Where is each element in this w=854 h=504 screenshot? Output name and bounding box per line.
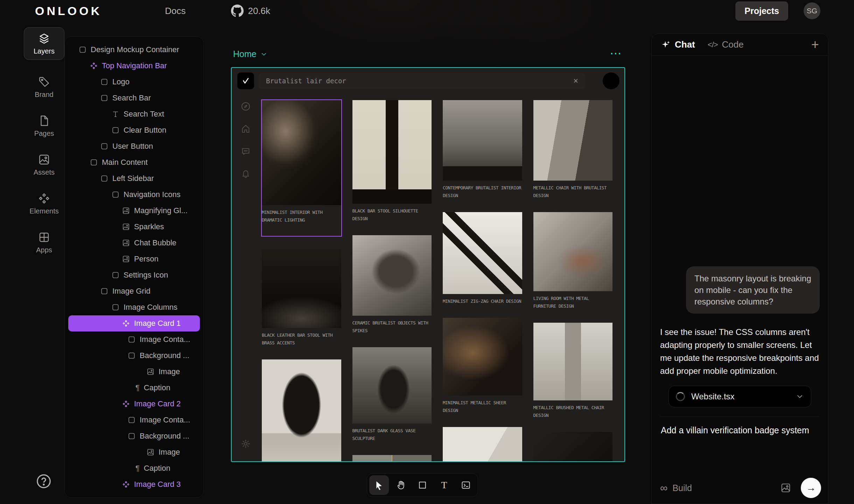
chat-input[interactable]: Add a villain verification badge system xyxy=(652,417,828,444)
box-icon xyxy=(128,432,135,440)
tab-chat[interactable]: Chat xyxy=(661,39,695,50)
box-icon xyxy=(112,271,119,279)
layer-row[interactable]: Background ... xyxy=(65,348,203,364)
image-card[interactable]: BLACK LEATHER BAR STOOL WITH BRASS ACCEN… xyxy=(262,249,341,347)
image-card[interactable]: CERAMIC BRUTALIST OBJECTS WITH SPIKES xyxy=(352,235,432,335)
image-card[interactable] xyxy=(533,432,613,462)
layer-row[interactable]: Image Card 3 xyxy=(65,476,203,492)
brand-icon xyxy=(38,76,50,88)
layer-label: Image Card 3 xyxy=(134,480,181,489)
image-card[interactable]: MINIMALIST ZIG-ZAG CHAIR DESIGN xyxy=(443,212,522,305)
text-icon xyxy=(112,110,119,118)
github-stars[interactable]: 20.6k xyxy=(231,5,270,17)
image-card[interactable]: CONTEMPORARY BRUTALIST INTERIOR DESIGN xyxy=(443,100,522,200)
layer-row[interactable]: Top Navigation Bar xyxy=(65,58,203,74)
layer-row[interactable]: Search Text xyxy=(65,106,203,122)
layer-row[interactable]: Magnifying Gl... xyxy=(65,203,203,219)
image-card[interactable]: SPIKEY CERAMIC IRON METAL SCULPTURE xyxy=(262,359,341,462)
layer-label: Person xyxy=(134,254,159,264)
build-mode-selector[interactable]: ∞ Build xyxy=(660,482,692,494)
layer-label: Search Bar xyxy=(112,93,151,103)
layer-row[interactable]: Image xyxy=(65,444,203,460)
sidebar-item-assets[interactable]: Assets xyxy=(24,154,64,176)
tool-terminal[interactable] xyxy=(456,475,476,495)
bell-icon[interactable] xyxy=(241,169,251,178)
preview-logo[interactable] xyxy=(237,72,254,89)
onlook-logo[interactable]: ONLOOK xyxy=(35,4,102,18)
layer-row[interactable]: Background ... xyxy=(65,428,203,444)
new-chat-button[interactable]: + xyxy=(811,37,819,52)
layer-row[interactable]: Chat Bubble xyxy=(65,235,203,251)
sidebar-item-apps[interactable]: Apps xyxy=(24,231,64,254)
attach-image-icon[interactable] xyxy=(780,483,791,493)
layer-row[interactable]: Main Content xyxy=(65,154,203,170)
layer-row[interactable]: Image Conta... xyxy=(65,492,203,498)
gear-icon[interactable] xyxy=(241,439,251,449)
image-card[interactable]: MINIMALIST INTERIOR WITH DRAMATIC LIGHTI… xyxy=(261,99,342,237)
frame-name: Home xyxy=(233,49,257,59)
image-card[interactable]: MINIMALIST METALLIC SHEER DESIGN xyxy=(443,318,522,414)
layer-row[interactable]: Settings Icon xyxy=(65,267,203,283)
file-chip-name: Website.tsx xyxy=(691,392,735,401)
layer-row[interactable]: ¶Caption xyxy=(65,380,203,396)
image-caption: CONTEMPORARY BRUTALIST INTERIOR DESIGN xyxy=(443,184,522,200)
user-avatar[interactable]: SG xyxy=(804,2,820,19)
image-card[interactable]: METALLIC CHAIR WITH BRUTALIST DESIGN xyxy=(533,100,613,200)
image-caption: BLACK BAR STOOL SILHOUETTE DESIGN xyxy=(352,207,432,223)
image-card[interactable]: LIVING ROOM WITH METAL FURNITURE DESIGN xyxy=(533,212,613,310)
chat-bubble-icon[interactable] xyxy=(241,146,251,156)
layer-row[interactable]: Image xyxy=(65,364,203,380)
layer-row[interactable]: Image Conta... xyxy=(65,331,203,348)
layer-row[interactable]: Clear Button xyxy=(65,122,203,138)
layer-label: User Button xyxy=(112,142,153,151)
layer-row[interactable]: Image Columns xyxy=(65,299,203,315)
layer-row[interactable]: Image Grid xyxy=(65,283,203,299)
layer-row[interactable]: Sparkles xyxy=(65,219,203,235)
preview-search-bar[interactable]: Brutalist lair decor × xyxy=(259,73,585,89)
top-bar: ONLOOK Docs 20.6k Projects SG xyxy=(0,0,854,22)
projects-button[interactable]: Projects xyxy=(735,1,788,21)
docs-link[interactable]: Docs xyxy=(165,6,186,16)
layer-row[interactable]: Image Conta... xyxy=(65,412,203,428)
image-placeholder xyxy=(533,212,613,291)
clear-search-icon[interactable]: × xyxy=(573,76,578,86)
image-card[interactable]: BRUTALIST DARK GLASS VASE SCULPTURE xyxy=(352,347,432,442)
layer-row[interactable]: Design Mockup Container xyxy=(65,42,203,58)
sidebar-item-elements[interactable]: Elements xyxy=(24,192,64,215)
help-icon[interactable] xyxy=(36,473,52,489)
tool-cursor[interactable] xyxy=(369,475,389,495)
layer-row[interactable]: Left Sidebar xyxy=(65,170,203,187)
sidebar-item-brand[interactable]: Brand xyxy=(24,76,64,99)
layer-row[interactable]: Search Bar xyxy=(65,90,203,106)
image-card[interactable] xyxy=(443,427,522,462)
tool-hand[interactable] xyxy=(391,475,411,495)
preview-user-avatar[interactable] xyxy=(603,72,620,89)
layer-row[interactable]: ¶Caption xyxy=(65,460,203,476)
compass-icon[interactable] xyxy=(241,102,251,111)
image-icon xyxy=(122,239,130,247)
tab-code[interactable]: </> Code xyxy=(708,39,744,50)
image-caption: MINIMALIST ZIG-ZAG CHAIR DESIGN xyxy=(443,298,522,305)
image-icon xyxy=(122,207,130,215)
chevron-down-icon xyxy=(796,392,804,401)
frame-more-button[interactable]: ⋯ xyxy=(610,46,622,60)
frame-name-dropdown[interactable]: Home xyxy=(233,49,268,59)
sidebar-item-layers[interactable]: Layers xyxy=(24,27,64,60)
layer-row[interactable]: Logo xyxy=(65,74,203,90)
layer-row[interactable]: Image Card 2 xyxy=(65,396,203,412)
image-card[interactable]: BLACK BAR STOOL SILHOUETTE DESIGN xyxy=(352,100,432,223)
layer-row[interactable]: User Button xyxy=(65,138,203,154)
sidebar-item-pages[interactable]: Pages xyxy=(24,115,64,138)
layer-row[interactable]: Person xyxy=(65,251,203,267)
home-icon[interactable] xyxy=(241,124,251,134)
tool-text[interactable]: T xyxy=(434,475,454,495)
file-chip[interactable]: Website.tsx xyxy=(668,386,811,407)
layer-row[interactable]: Image Card 1 xyxy=(68,315,200,331)
search-input[interactable]: Brutalist lair decor xyxy=(266,77,573,85)
tool-rectangle[interactable] xyxy=(413,475,432,495)
image-card[interactable] xyxy=(352,455,432,462)
rectangle-icon xyxy=(418,480,427,490)
send-button[interactable]: → xyxy=(801,478,821,498)
image-card[interactable]: METALLIC BRUSHED METAL CHAIR DESIGN xyxy=(533,323,613,419)
layer-row[interactable]: Navigation Icons xyxy=(65,187,203,203)
